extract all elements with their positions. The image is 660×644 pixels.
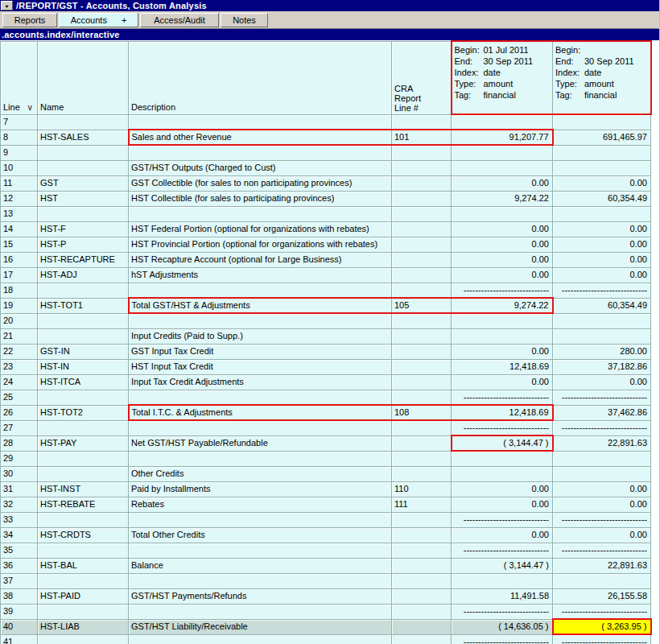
cell-period2-amount[interactable]: [553, 328, 651, 344]
col-header-period1[interactable]: Begin:01 Jul 2011 End:30 Sep 2011 Index:…: [452, 41, 553, 114]
cell-period1-amount[interactable]: -----------------------------: [452, 512, 553, 527]
cell-description[interactable]: Balance: [129, 558, 392, 573]
cell-period2-amount[interactable]: 0.00: [553, 481, 651, 497]
cell-description[interactable]: GST Collectible (for sales to non partic…: [129, 175, 392, 191]
cell-period2-amount[interactable]: 280.00: [553, 344, 651, 359]
cell-account-name[interactable]: [38, 206, 129, 221]
cell-period2-amount[interactable]: 60,354.49: [553, 191, 651, 206]
cell-period1-amount[interactable]: [452, 573, 553, 588]
cell-cra-report-line[interactable]: [392, 267, 452, 283]
cell-cra-report-line[interactable]: 110: [392, 481, 452, 497]
cell-line-number[interactable]: 18: [1, 283, 38, 298]
cell-cra-report-line[interactable]: [392, 634, 452, 644]
cell-period1-amount[interactable]: -----------------------------: [452, 634, 553, 644]
table-row[interactable]: 19 HST-TOT1 Total GST/HST & Adjustments …: [1, 298, 651, 313]
cell-line-number[interactable]: 19: [1, 298, 38, 313]
cell-description[interactable]: [129, 634, 392, 644]
cell-line-number[interactable]: 26: [1, 405, 38, 420]
cell-period2-amount[interactable]: -----------------------------: [553, 390, 651, 405]
cell-period2-amount[interactable]: 0.00: [553, 252, 651, 267]
table-row[interactable]: 14 HST-F HST Federal Portion (optional f…: [1, 221, 651, 237]
cell-cra-report-line[interactable]: [392, 114, 452, 130]
cell-cra-report-line[interactable]: [392, 466, 452, 481]
cell-description[interactable]: GST/HST Outputs (Charged to Cust): [129, 160, 392, 175]
cell-line-number[interactable]: 9: [1, 145, 38, 160]
cell-period1-amount[interactable]: [452, 114, 553, 130]
cell-description[interactable]: [129, 543, 392, 558]
cell-period2-amount[interactable]: [553, 573, 651, 588]
table-row[interactable]: 21 Input Credits (Paid to Supp.): [1, 328, 651, 344]
cell-line-number[interactable]: 17: [1, 267, 38, 283]
cell-account-name[interactable]: GST: [38, 175, 129, 191]
cell-line-number[interactable]: 28: [1, 436, 38, 451]
table-row[interactable]: 34 HST-CRDTS Total Other Credits 0.00 0.…: [1, 527, 651, 543]
table-row[interactable]: 17 HST-ADJ hST Adjustments 0.00 0.00: [1, 267, 651, 283]
cell-period1-amount[interactable]: 0.00: [452, 374, 553, 390]
cell-description[interactable]: [129, 283, 392, 298]
cell-period2-amount[interactable]: 60,354.49: [553, 298, 651, 313]
table-row[interactable]: 15 HST-P HST Provincial Portion (optiona…: [1, 237, 651, 252]
cell-account-name[interactable]: HST-TOT2: [38, 405, 129, 420]
cell-period1-amount[interactable]: -----------------------------: [452, 420, 553, 436]
cell-period2-amount[interactable]: 0.00: [553, 497, 651, 512]
table-row[interactable]: 36 HST-BAL Balance ( 3,144.47 ) 22,891.6…: [1, 558, 651, 573]
cell-cra-report-line[interactable]: [392, 145, 452, 160]
cell-period1-amount[interactable]: ( 3,144.47 ): [452, 558, 553, 573]
cell-account-name[interactable]: HST-P: [38, 237, 129, 252]
cell-cra-report-line[interactable]: 108: [392, 405, 452, 420]
cell-account-name[interactable]: [38, 390, 129, 405]
cell-period2-amount[interactable]: -----------------------------: [553, 604, 651, 619]
cell-description[interactable]: Input Credits (Paid to Supp.): [129, 328, 392, 344]
table-row[interactable]: 30 Other Credits: [1, 466, 651, 481]
cell-account-name[interactable]: [38, 543, 129, 558]
cell-line-number[interactable]: 35: [1, 543, 38, 558]
cell-description[interactable]: GST/HST Payments/Refunds: [129, 588, 392, 604]
cell-period1-amount[interactable]: 12,418.69: [452, 405, 553, 420]
cell-cra-report-line[interactable]: [392, 283, 452, 298]
cell-period2-amount[interactable]: -----------------------------: [553, 283, 651, 298]
cell-period2-amount[interactable]: 0.00: [553, 267, 651, 283]
cell-description[interactable]: [129, 114, 392, 130]
table-row[interactable]: 35 ----------------------------- -------…: [1, 543, 651, 558]
cell-period2-amount[interactable]: [553, 206, 651, 221]
cell-period1-amount[interactable]: [452, 451, 553, 466]
table-row[interactable]: 16 HST-RECAPTURE HST Recapture Account (…: [1, 252, 651, 267]
cell-period1-amount[interactable]: ( 14,636.05 ): [452, 619, 553, 634]
table-row[interactable]: 40 HST-LIAB GST/HST Liability/Receivable…: [1, 619, 651, 634]
cell-cra-report-line[interactable]: [392, 237, 452, 252]
cell-cra-report-line[interactable]: [392, 558, 452, 573]
cell-period2-amount[interactable]: 0.00: [553, 175, 651, 191]
cell-period2-amount[interactable]: [553, 451, 651, 466]
cell-account-name[interactable]: [38, 328, 129, 344]
cell-description[interactable]: HST Recapture Account (optional for Larg…: [129, 252, 392, 267]
cell-account-name[interactable]: HST-ITCA: [38, 374, 129, 390]
cell-period2-amount[interactable]: -----------------------------: [553, 634, 651, 644]
cell-period1-amount[interactable]: [452, 313, 553, 328]
cell-account-name[interactable]: [38, 466, 129, 481]
cell-period2-amount[interactable]: ( 3,263.95 ): [553, 619, 651, 634]
cell-account-name[interactable]: [38, 512, 129, 527]
cell-period1-amount[interactable]: 12,418.69: [452, 359, 553, 374]
cell-line-number[interactable]: 27: [1, 420, 38, 436]
table-row[interactable]: 13: [1, 206, 651, 221]
col-header-line[interactable]: Linev: [1, 41, 38, 114]
cell-account-name[interactable]: HST-CRDTS: [38, 527, 129, 543]
table-row[interactable]: 37: [1, 573, 651, 588]
cell-cra-report-line[interactable]: 101: [392, 130, 452, 145]
cell-account-name[interactable]: HST-F: [38, 221, 129, 237]
cell-cra-report-line[interactable]: [392, 206, 452, 221]
table-row[interactable]: 31 HST-INST Paid by Installments 110 0.0…: [1, 481, 651, 497]
cell-account-name[interactable]: HST-TOT1: [38, 298, 129, 313]
cell-description[interactable]: HST Collectible (for sales to participat…: [129, 191, 392, 206]
cell-period2-amount[interactable]: 22,891.63: [553, 558, 651, 573]
cell-cra-report-line[interactable]: [392, 619, 452, 634]
table-row[interactable]: 10 GST/HST Outputs (Charged to Cust): [1, 160, 651, 175]
cell-period2-amount[interactable]: [553, 160, 651, 175]
cell-period1-amount[interactable]: 0.00: [452, 267, 553, 283]
cell-account-name[interactable]: [38, 160, 129, 175]
cell-line-number[interactable]: 38: [1, 588, 38, 604]
cell-description[interactable]: [129, 390, 392, 405]
table-row[interactable]: 12 HST HST Collectible (for sales to par…: [1, 191, 651, 206]
col-header-period2[interactable]: Begin: End:30 Sep 2011 Index:date Type:a…: [553, 41, 651, 114]
cell-cra-report-line[interactable]: [392, 313, 452, 328]
